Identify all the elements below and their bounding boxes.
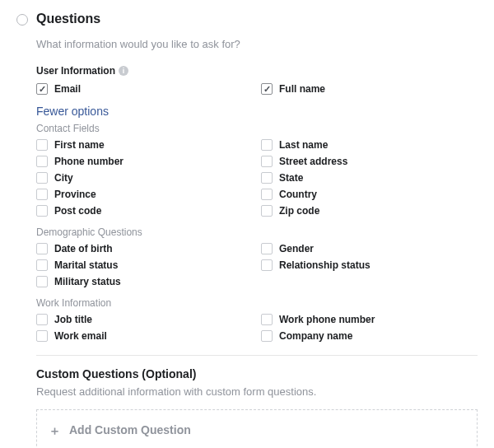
checkbox-phone-number[interactable] xyxy=(36,156,48,167)
option-zip-code[interactable]: Zip code xyxy=(261,205,478,217)
checkbox-country[interactable] xyxy=(261,189,273,200)
checkbox-label: Post code xyxy=(54,205,101,217)
checkbox-label: Military status xyxy=(54,276,121,287)
checkbox-label: Company name xyxy=(279,330,352,342)
checkbox-first-name[interactable] xyxy=(36,139,48,151)
checkbox-zip-code[interactable] xyxy=(261,205,273,217)
checkbox-label: Work phone number xyxy=(279,314,375,325)
checkbox-company-name[interactable] xyxy=(261,330,273,342)
checkbox-relationship-status[interactable] xyxy=(261,259,273,271)
add-custom-question-button[interactable]: ＋ Add Custom Question xyxy=(36,409,478,448)
checkbox-military-status[interactable] xyxy=(36,276,48,287)
checkbox-marital-status[interactable] xyxy=(36,259,48,271)
option-marital-status[interactable]: Marital status xyxy=(36,259,253,271)
option-province[interactable]: Province xyxy=(36,189,253,200)
checkbox-label: Province xyxy=(54,189,96,200)
option-relationship-status[interactable]: Relationship status xyxy=(261,259,478,271)
checkbox-job-title[interactable] xyxy=(36,314,48,325)
option-military-status[interactable]: Military status xyxy=(36,276,253,287)
user-information-label: User Information i xyxy=(36,65,478,77)
option-city[interactable]: City xyxy=(36,172,253,184)
checkbox-label: Marital status xyxy=(54,259,118,271)
section-divider xyxy=(36,355,478,356)
checkbox-label: Last name xyxy=(279,139,328,151)
checkbox-label: First name xyxy=(54,139,105,151)
checkbox-work-email[interactable] xyxy=(36,330,48,342)
checkbox-label: Relationship status xyxy=(279,259,370,271)
checkbox-work-phone-number[interactable] xyxy=(261,314,273,325)
checkbox-email[interactable] xyxy=(36,83,48,95)
demographic-questions-label: Demographic Questions xyxy=(36,226,478,238)
option-state[interactable]: State xyxy=(261,172,478,184)
option-full-name[interactable]: Full name xyxy=(261,83,478,95)
option-last-name[interactable]: Last name xyxy=(261,139,478,151)
questions-section-radio[interactable] xyxy=(16,14,28,26)
option-email[interactable]: Email xyxy=(36,83,253,95)
plus-icon: ＋ xyxy=(49,424,61,436)
option-job-title[interactable]: Job title xyxy=(36,314,253,325)
option-gender[interactable]: Gender xyxy=(261,243,478,254)
checkbox-last-name[interactable] xyxy=(261,139,273,151)
option-work-email[interactable]: Work email xyxy=(36,330,253,342)
option-country[interactable]: Country xyxy=(261,189,478,200)
checkbox-city[interactable] xyxy=(36,172,48,184)
checkbox-label: Date of birth xyxy=(54,243,113,254)
custom-questions-title: Custom Questions (Optional) xyxy=(36,367,478,380)
checkbox-label: State xyxy=(279,172,303,184)
fewer-options-link[interactable]: Fewer options xyxy=(36,105,478,118)
option-post-code[interactable]: Post code xyxy=(36,205,253,217)
option-date-of-birth[interactable]: Date of birth xyxy=(36,243,253,254)
option-phone-number[interactable]: Phone number xyxy=(36,156,253,167)
checkbox-full-name[interactable] xyxy=(261,83,273,95)
option-work-phone-number[interactable]: Work phone number xyxy=(261,314,478,325)
option-first-name[interactable]: First name xyxy=(36,139,253,151)
checkbox-label: Work email xyxy=(54,330,107,342)
checkbox-label: City xyxy=(54,172,73,184)
custom-questions-subtitle: Request additional information with cust… xyxy=(36,385,478,398)
checkbox-label: Job title xyxy=(54,314,92,325)
option-street-address[interactable]: Street address xyxy=(261,156,478,167)
checkbox-gender[interactable] xyxy=(261,243,273,254)
checkbox-label: Phone number xyxy=(54,156,124,167)
page-title: Questions xyxy=(36,12,100,26)
checkbox-street-address[interactable] xyxy=(261,156,273,167)
contact-fields-label: Contact Fields xyxy=(36,123,478,134)
option-company-name[interactable]: Company name xyxy=(261,330,478,342)
info-icon[interactable]: i xyxy=(119,66,128,76)
page-subtitle: What information would you like to ask f… xyxy=(36,38,478,50)
checkbox-label: Gender xyxy=(279,243,314,254)
checkbox-label: Zip code xyxy=(279,205,319,217)
checkbox-post-code[interactable] xyxy=(36,205,48,217)
checkbox-state[interactable] xyxy=(261,172,273,184)
checkbox-label: Street address xyxy=(279,156,347,167)
checkbox-label: Country xyxy=(279,189,317,200)
checkbox-province[interactable] xyxy=(36,189,48,200)
work-information-label: Work Information xyxy=(36,297,478,309)
checkbox-date-of-birth[interactable] xyxy=(36,243,48,254)
